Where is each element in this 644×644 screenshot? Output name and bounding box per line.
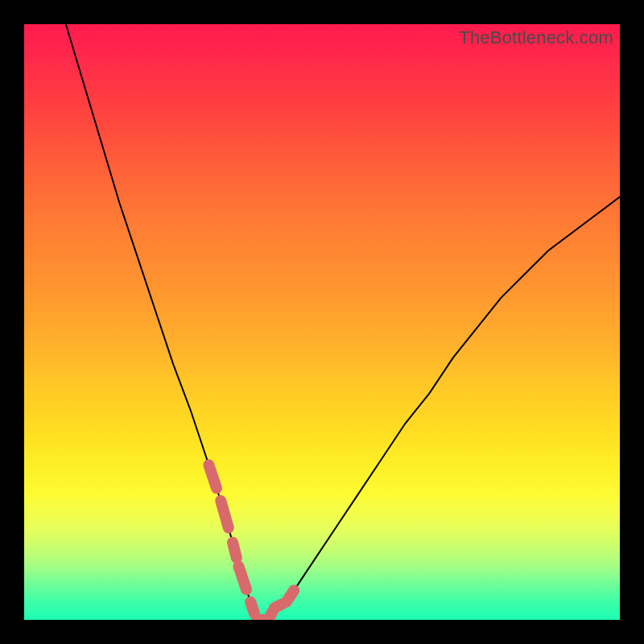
highlight-segment xyxy=(208,465,217,489)
chart-outer-frame: TheBottleneck.com xyxy=(0,0,644,644)
highlight-segment xyxy=(275,604,283,608)
chart-svg xyxy=(24,24,620,620)
highlight-segment xyxy=(233,543,237,558)
bottleneck-curve xyxy=(66,24,620,620)
highlight-segment xyxy=(287,590,295,601)
chart-plot-area: TheBottleneck.com xyxy=(24,24,620,620)
near-minimum-highlight xyxy=(208,465,294,620)
highlight-segment xyxy=(250,602,254,613)
highlight-segment xyxy=(238,566,246,589)
highlight-segment xyxy=(268,612,272,620)
highlight-segment xyxy=(221,501,229,528)
